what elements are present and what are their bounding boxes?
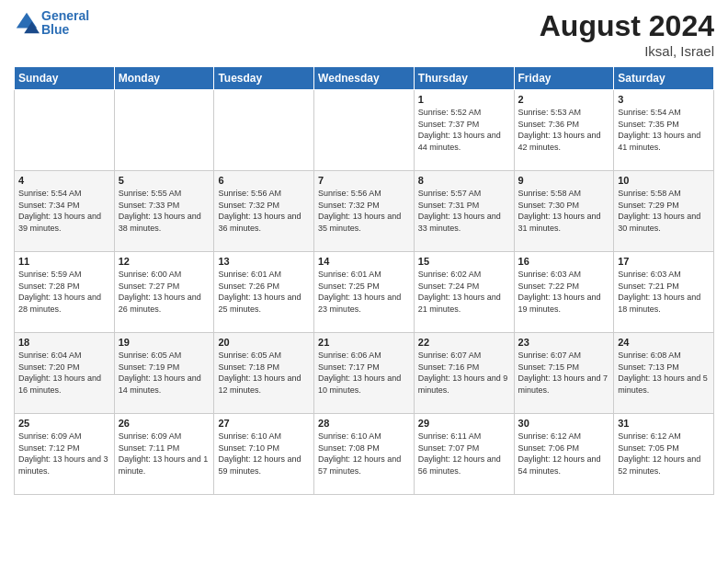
header-row: SundayMondayTuesdayWednesdayThursdayFrid…: [15, 67, 714, 90]
day-info: Sunrise: 6:00 AMSunset: 7:27 PMDaylight:…: [119, 269, 210, 315]
calendar-cell: 28Sunrise: 6:10 AMSunset: 7:08 PMDayligh…: [314, 414, 415, 495]
day-header-monday: Monday: [114, 67, 214, 90]
calendar-cell: 26Sunrise: 6:09 AMSunset: 7:11 PMDayligh…: [114, 414, 214, 495]
week-row-2: 4Sunrise: 5:54 AMSunset: 7:34 PMDaylight…: [15, 171, 714, 252]
day-info: Sunrise: 5:54 AMSunset: 7:34 PMDaylight:…: [18, 188, 110, 234]
day-info: Sunrise: 6:12 AMSunset: 7:06 PMDaylight:…: [518, 431, 610, 477]
day-info: Sunrise: 6:11 AMSunset: 7:07 PMDaylight:…: [418, 431, 510, 477]
calendar-cell: 10Sunrise: 5:58 AMSunset: 7:29 PMDayligh…: [614, 171, 714, 252]
calendar-cell: 30Sunrise: 6:12 AMSunset: 7:06 PMDayligh…: [514, 414, 614, 495]
day-info: Sunrise: 5:58 AMSunset: 7:29 PMDaylight:…: [618, 188, 710, 234]
calendar-cell: 25Sunrise: 6:09 AMSunset: 7:12 PMDayligh…: [15, 414, 115, 495]
calendar-cell: 4Sunrise: 5:54 AMSunset: 7:34 PMDaylight…: [15, 171, 115, 252]
day-number: 3: [618, 94, 710, 105]
day-number: 28: [318, 418, 410, 429]
day-number: 9: [518, 175, 610, 186]
day-number: 6: [218, 175, 310, 186]
day-info: Sunrise: 6:02 AMSunset: 7:24 PMDaylight:…: [418, 269, 510, 315]
day-info: Sunrise: 5:55 AMSunset: 7:33 PMDaylight:…: [119, 188, 210, 234]
day-header-saturday: Saturday: [614, 67, 714, 90]
calendar-cell: [15, 90, 115, 171]
day-info: Sunrise: 5:58 AMSunset: 7:30 PMDaylight:…: [518, 188, 610, 234]
location: Iksal, Israel: [540, 43, 714, 59]
calendar-cell: 17Sunrise: 6:03 AMSunset: 7:21 PMDayligh…: [614, 252, 714, 333]
day-number: 24: [618, 337, 710, 348]
day-number: 22: [418, 337, 510, 348]
calendar-cell: 29Sunrise: 6:11 AMSunset: 7:07 PMDayligh…: [414, 414, 514, 495]
week-row-3: 11Sunrise: 5:59 AMSunset: 7:28 PMDayligh…: [15, 252, 714, 333]
page-header: General Blue August 2024 Iksal, Israel: [14, 9, 714, 59]
day-number: 31: [618, 418, 710, 429]
calendar-cell: 21Sunrise: 6:06 AMSunset: 7:17 PMDayligh…: [314, 333, 415, 414]
calendar-cell: 7Sunrise: 5:56 AMSunset: 7:32 PMDaylight…: [314, 171, 415, 252]
day-info: Sunrise: 6:10 AMSunset: 7:10 PMDaylight:…: [218, 431, 310, 477]
day-info: Sunrise: 6:09 AMSunset: 7:12 PMDaylight:…: [18, 431, 110, 477]
day-number: 7: [318, 175, 410, 186]
calendar-cell: 9Sunrise: 5:58 AMSunset: 7:30 PMDaylight…: [514, 171, 614, 252]
calendar-cell: [114, 90, 214, 171]
calendar-cell: 23Sunrise: 6:07 AMSunset: 7:15 PMDayligh…: [514, 333, 614, 414]
day-number: 16: [518, 256, 610, 267]
week-row-1: 1Sunrise: 5:52 AMSunset: 7:37 PMDaylight…: [15, 90, 714, 171]
day-info: Sunrise: 6:12 AMSunset: 7:05 PMDaylight:…: [618, 431, 710, 477]
day-number: 26: [119, 418, 210, 429]
day-header-friday: Friday: [514, 67, 614, 90]
calendar-cell: 8Sunrise: 5:57 AMSunset: 7:31 PMDaylight…: [414, 171, 514, 252]
day-info: Sunrise: 6:01 AMSunset: 7:25 PMDaylight:…: [318, 269, 410, 315]
day-number: 4: [18, 175, 110, 186]
calendar-cell: 6Sunrise: 5:56 AMSunset: 7:32 PMDaylight…: [214, 171, 314, 252]
calendar-cell: 15Sunrise: 6:02 AMSunset: 7:24 PMDayligh…: [414, 252, 514, 333]
day-number: 19: [119, 337, 210, 348]
calendar-cell: 12Sunrise: 6:00 AMSunset: 7:27 PMDayligh…: [114, 252, 214, 333]
day-number: 17: [618, 256, 710, 267]
logo-blue: Blue: [41, 22, 69, 37]
logo-general: General: [41, 8, 89, 23]
calendar-cell: 16Sunrise: 6:03 AMSunset: 7:22 PMDayligh…: [514, 252, 614, 333]
calendar-cell: 20Sunrise: 6:05 AMSunset: 7:18 PMDayligh…: [214, 333, 314, 414]
calendar-cell: 2Sunrise: 5:53 AMSunset: 7:36 PMDaylight…: [514, 90, 614, 171]
calendar-cell: [214, 90, 314, 171]
day-header-sunday: Sunday: [15, 67, 115, 90]
day-info: Sunrise: 5:52 AMSunset: 7:37 PMDaylight:…: [418, 107, 510, 153]
day-number: 13: [218, 256, 310, 267]
day-info: Sunrise: 6:07 AMSunset: 7:15 PMDaylight:…: [518, 350, 610, 396]
week-row-5: 25Sunrise: 6:09 AMSunset: 7:12 PMDayligh…: [15, 414, 714, 495]
day-info: Sunrise: 6:06 AMSunset: 7:17 PMDaylight:…: [318, 350, 410, 396]
calendar-cell: [314, 90, 415, 171]
day-header-thursday: Thursday: [414, 67, 514, 90]
day-info: Sunrise: 6:05 AMSunset: 7:18 PMDaylight:…: [218, 350, 310, 396]
day-number: 1: [418, 94, 510, 105]
logo: General Blue: [14, 9, 89, 38]
day-number: 21: [318, 337, 410, 348]
calendar-cell: 27Sunrise: 6:10 AMSunset: 7:10 PMDayligh…: [214, 414, 314, 495]
day-number: 11: [18, 256, 110, 267]
day-info: Sunrise: 5:54 AMSunset: 7:35 PMDaylight:…: [618, 107, 710, 153]
calendar-cell: 14Sunrise: 6:01 AMSunset: 7:25 PMDayligh…: [314, 252, 415, 333]
day-info: Sunrise: 6:07 AMSunset: 7:16 PMDaylight:…: [418, 350, 510, 396]
logo-icon: [14, 10, 40, 36]
day-number: 8: [418, 175, 510, 186]
calendar-cell: 3Sunrise: 5:54 AMSunset: 7:35 PMDaylight…: [614, 90, 714, 171]
day-header-wednesday: Wednesday: [314, 67, 415, 90]
day-info: Sunrise: 5:56 AMSunset: 7:32 PMDaylight:…: [318, 188, 410, 234]
day-number: 25: [18, 418, 110, 429]
calendar-cell: 22Sunrise: 6:07 AMSunset: 7:16 PMDayligh…: [414, 333, 514, 414]
day-number: 12: [119, 256, 210, 267]
calendar-cell: 24Sunrise: 6:08 AMSunset: 7:13 PMDayligh…: [614, 333, 714, 414]
day-info: Sunrise: 6:10 AMSunset: 7:08 PMDaylight:…: [318, 431, 410, 477]
day-info: Sunrise: 5:57 AMSunset: 7:31 PMDaylight:…: [418, 188, 510, 234]
day-info: Sunrise: 6:01 AMSunset: 7:26 PMDaylight:…: [218, 269, 310, 315]
day-number: 18: [18, 337, 110, 348]
calendar-cell: 1Sunrise: 5:52 AMSunset: 7:37 PMDaylight…: [414, 90, 514, 171]
title-block: August 2024 Iksal, Israel: [540, 9, 714, 59]
day-number: 14: [318, 256, 410, 267]
day-info: Sunrise: 6:08 AMSunset: 7:13 PMDaylight:…: [618, 350, 710, 396]
day-number: 5: [119, 175, 210, 186]
calendar-cell: 11Sunrise: 5:59 AMSunset: 7:28 PMDayligh…: [15, 252, 115, 333]
day-info: Sunrise: 5:59 AMSunset: 7:28 PMDaylight:…: [18, 269, 110, 315]
calendar-cell: 19Sunrise: 6:05 AMSunset: 7:19 PMDayligh…: [114, 333, 214, 414]
day-info: Sunrise: 6:03 AMSunset: 7:22 PMDaylight:…: [518, 269, 610, 315]
day-info: Sunrise: 6:03 AMSunset: 7:21 PMDaylight:…: [618, 269, 710, 315]
day-number: 2: [518, 94, 610, 105]
calendar-cell: 5Sunrise: 5:55 AMSunset: 7:33 PMDaylight…: [114, 171, 214, 252]
